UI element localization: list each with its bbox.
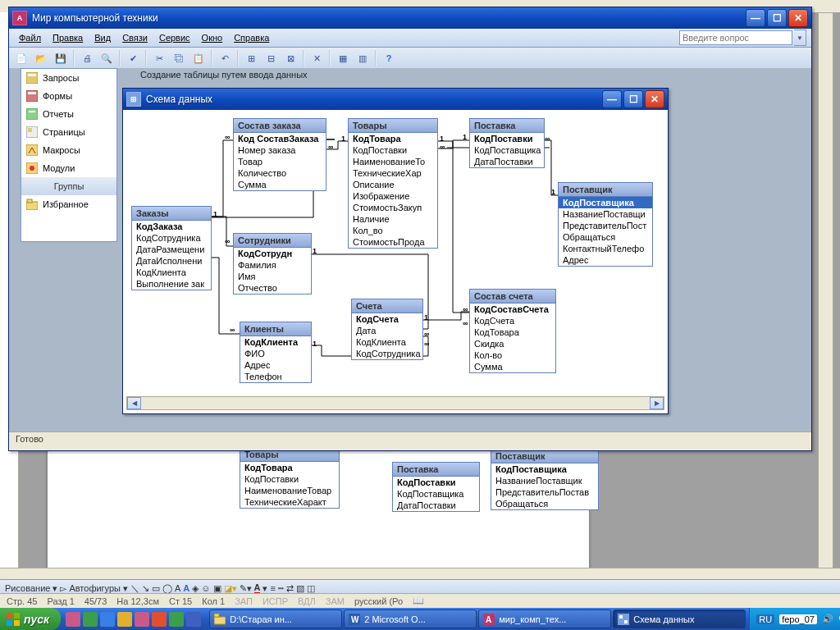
new-object-icon[interactable]: ▦ xyxy=(334,49,352,67)
field[interactable]: КодКлиента xyxy=(132,267,211,278)
clipart-icon[interactable]: ☺ xyxy=(201,583,210,593)
menu-window[interactable]: Окно xyxy=(197,31,228,44)
fill-color-icon[interactable]: ◪▾ xyxy=(224,583,237,594)
field[interactable]: ПредставительПост xyxy=(559,220,652,231)
new-icon[interactable]: 📄 xyxy=(12,49,30,67)
field[interactable]: ТехническиеХар xyxy=(349,167,437,179)
tray-language[interactable]: RU xyxy=(756,614,774,624)
sidebar-item-queries[interactable]: Запросы xyxy=(21,69,116,87)
field[interactable]: НаименованиеТо xyxy=(349,156,437,167)
field[interactable]: Дата xyxy=(352,325,422,336)
shadow-icon[interactable]: ▧ xyxy=(296,583,304,594)
table-sotrudniki[interactable]: Сотрудники КодСотрудн Фамилия Имя Отчест… xyxy=(233,233,312,294)
show-all-icon[interactable]: ⊠ xyxy=(281,49,299,67)
sidebar-item-favorites[interactable]: Избранное xyxy=(21,195,116,213)
field[interactable]: КодПоставщика xyxy=(559,197,652,208)
field[interactable]: Кол-во xyxy=(470,349,555,361)
menu-tools[interactable]: Сервис xyxy=(154,31,195,44)
save-icon[interactable]: 💾 xyxy=(52,49,70,67)
field[interactable]: Отчество xyxy=(234,282,311,294)
task-schema[interactable]: Схема данных xyxy=(613,609,746,628)
pointer-icon[interactable]: ▻ xyxy=(60,583,66,594)
field[interactable]: КодСотрудника xyxy=(352,348,422,359)
ql-icon-3[interactable] xyxy=(100,612,115,627)
field[interactable]: КодЗаказа xyxy=(132,221,211,232)
field[interactable]: КодТовара xyxy=(470,326,555,338)
field[interactable]: Номер заказа xyxy=(234,144,326,156)
menu-help[interactable]: Справка xyxy=(229,31,274,44)
menu-edit[interactable]: Правка xyxy=(48,31,88,44)
arrow-icon[interactable]: ↘ xyxy=(142,583,149,594)
show-table-icon[interactable]: ⊞ xyxy=(242,49,260,67)
table-sostav-zakaza[interactable]: Состав заказа Код СоставЗаказа Номер зак… xyxy=(233,118,326,191)
field[interactable]: Телефон xyxy=(240,371,311,382)
tray-volume-icon[interactable]: 🔊 xyxy=(822,614,833,624)
diagram-icon[interactable]: ◈ xyxy=(192,583,199,594)
field[interactable]: ФИО xyxy=(240,348,311,359)
task-folder[interactable]: D:\Старая ин... xyxy=(209,609,342,628)
paste-icon[interactable]: 📋 xyxy=(189,49,208,67)
field[interactable]: Выполнение зак xyxy=(132,278,211,290)
menu-file[interactable]: Файл xyxy=(14,31,46,44)
field[interactable]: КодПоставщика xyxy=(470,144,544,156)
table-tovary[interactable]: Товары КодТовара КодПоставки Наименовани… xyxy=(348,118,438,249)
field[interactable]: СтоимостьЗакуп xyxy=(349,202,437,213)
field[interactable]: Товар xyxy=(234,156,326,167)
ql-icon-7[interactable] xyxy=(169,612,184,627)
table-klienty[interactable]: Клиенты КодКлиента ФИО Адрес Телефон xyxy=(240,322,312,383)
table-scheta[interactable]: Счета КодСчета Дата КодКлиента КодСотруд… xyxy=(351,299,423,360)
sidebar-item-reports[interactable]: Отчеты xyxy=(21,105,116,123)
table-head[interactable]: Поставщик xyxy=(559,183,652,197)
table-head[interactable]: Товары xyxy=(349,119,437,133)
dash-style-icon[interactable]: ┅ xyxy=(278,583,284,594)
field[interactable]: КодПоставки xyxy=(349,144,437,156)
schema-titlebar[interactable]: ⊞ Схема данных — ☐ ✕ xyxy=(123,89,668,110)
wordart-icon[interactable]: A xyxy=(183,583,189,593)
rect-icon[interactable]: ▭ xyxy=(152,583,160,594)
field[interactable]: КодСчета xyxy=(470,315,555,326)
ql-icon-5[interactable] xyxy=(135,612,149,627)
dropdown-arrow-icon[interactable]: ▾ xyxy=(52,583,57,594)
table-head[interactable]: Состав счета xyxy=(470,290,555,304)
textbox-icon[interactable]: A xyxy=(175,583,180,593)
field[interactable]: Количество xyxy=(234,167,326,179)
field[interactable]: КодСоставСчета xyxy=(470,304,555,315)
field[interactable]: Скидка xyxy=(470,338,555,349)
field[interactable]: Код СоставЗаказа xyxy=(234,133,326,144)
database-window-icon[interactable]: ▥ xyxy=(354,49,372,67)
threed-icon[interactable]: ◫ xyxy=(307,583,315,594)
delete-icon[interactable]: ✕ xyxy=(308,49,326,67)
field[interactable]: НазваниеПоставщи xyxy=(559,208,652,220)
dropdown-arrow-icon[interactable]: ▾ xyxy=(123,583,128,594)
undo-icon[interactable]: ↶ xyxy=(216,49,234,67)
field[interactable]: КодКлиента xyxy=(240,336,311,348)
table-postavschik[interactable]: Поставщик КодПоставщика НазваниеПоставщи… xyxy=(558,182,653,267)
field[interactable]: Сумма xyxy=(234,179,326,190)
sidebar-item-macros[interactable]: Макросы xyxy=(21,141,116,159)
menu-view[interactable]: Вид xyxy=(89,31,116,44)
task-access[interactable]: A мир_комп_тех... xyxy=(478,609,611,628)
schema-canvas[interactable]: Заказы КодЗаказа КодСотрудника ДатаРазме… xyxy=(125,110,666,412)
schema-minimize-button[interactable]: — xyxy=(602,90,622,108)
task-word[interactable]: W 2 Microsoft O... xyxy=(344,609,477,628)
field[interactable]: ДатаПоставки xyxy=(470,156,544,167)
field[interactable]: КонтактныйТелефо xyxy=(559,243,652,254)
field[interactable]: Наличие xyxy=(349,213,437,225)
sidebar-groups-header[interactable]: Группы xyxy=(21,177,116,195)
help-question-input[interactable] xyxy=(679,30,792,45)
maximize-button[interactable]: ☐ xyxy=(767,9,787,27)
help-icon[interactable]: ? xyxy=(380,49,398,67)
table-head[interactable]: Клиенты xyxy=(240,322,311,336)
ql-icon-1[interactable] xyxy=(66,612,80,627)
spell-icon[interactable]: ✔ xyxy=(124,49,142,67)
print-preview-icon[interactable]: 🔍 xyxy=(98,49,116,67)
field[interactable]: Адрес xyxy=(559,254,652,266)
status-book-icon[interactable]: 📖 xyxy=(413,596,424,606)
field[interactable]: Имя xyxy=(234,271,311,282)
table-head[interactable]: Заказы xyxy=(132,207,211,221)
ql-icon-2[interactable] xyxy=(83,612,98,627)
field[interactable]: Обращаться xyxy=(559,231,652,243)
access-titlebar[interactable]: A Мир компьютерной техники — ☐ ✕ xyxy=(9,7,811,29)
table-head[interactable]: Сотрудники xyxy=(234,234,311,248)
field[interactable]: Изображение xyxy=(349,190,437,202)
